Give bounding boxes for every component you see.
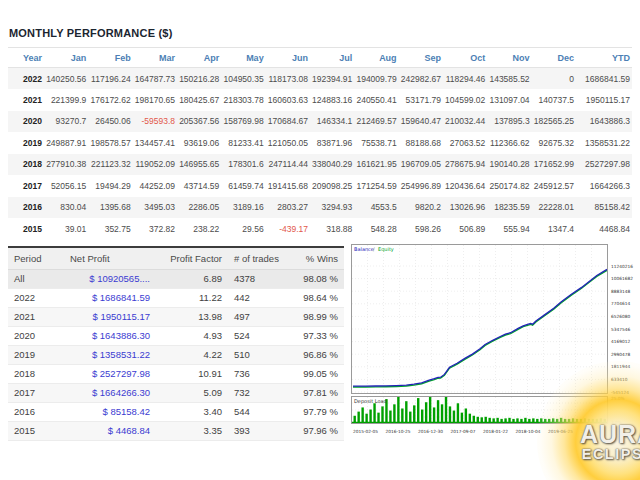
summary-row-2021: 2021$ 1950115.1713.9849798.99 % <box>8 307 344 326</box>
deposit-load-bar <box>492 418 494 422</box>
wins-cell: 97.96 % <box>294 421 344 440</box>
month-value-cell: 161621.95 <box>354 154 398 176</box>
period-cell: 2019 <box>8 345 64 364</box>
month-value-cell: 118173.08 <box>266 68 310 90</box>
month-value-cell: 212469.57 <box>354 111 398 133</box>
month-value-cell: 44252.09 <box>133 175 177 197</box>
year-cell: 2019 <box>8 132 44 154</box>
month-value-cell: 3294.93 <box>310 197 354 219</box>
deposit-load-bar <box>461 413 463 422</box>
monthly-body: 2022140250.56117196.24164787.73150216.28… <box>8 68 632 240</box>
deposit-load-bar <box>425 402 427 422</box>
monthly-column-header: Nov <box>487 48 531 68</box>
net-profit-link[interactable]: $ 4468.84 <box>64 421 156 440</box>
month-value-cell: 146334.1 <box>310 111 354 133</box>
monthly-column-header: Jul <box>310 48 354 68</box>
net-profit-link[interactable]: $ 1664266.30 <box>64 383 156 402</box>
logo-text-aura: AURA <box>580 422 640 446</box>
net-profit-link[interactable]: $ 85158.42 <box>64 402 156 421</box>
monthly-column-header: Year <box>8 48 44 68</box>
net-profit-link[interactable]: $ 1358531.22 <box>64 345 156 364</box>
month-value-cell: 242982.67 <box>399 68 443 90</box>
net-profit-link[interactable]: $ 2527297.98 <box>64 364 156 383</box>
deposit-load-bar <box>421 410 423 422</box>
summary-column-header: Profit Factor <box>156 247 228 269</box>
deposit-load-bar <box>445 396 447 422</box>
monthly-row-2017: 201752056.1519494.2944252.0943714.596145… <box>8 175 632 197</box>
wins-cell: 98.08 % <box>294 269 344 288</box>
monthly-column-header: Sep <box>399 48 443 68</box>
deposit-load-bar <box>361 407 363 422</box>
monthly-column-header: May <box>221 48 265 68</box>
wins-cell: 99.05 % <box>294 364 344 383</box>
net-profit-link[interactable]: $ 10920565.... <box>64 269 156 288</box>
right-axis-label: 6526080 <box>611 314 630 319</box>
year-cell: 2017 <box>8 175 44 197</box>
deposit-load-bar <box>393 404 395 422</box>
summary-row-2020: 2020$ 1643886.304.9352497.33 % <box>8 326 344 345</box>
summary-column-header: # of trades <box>228 247 294 269</box>
deposit-load-bar <box>496 418 498 422</box>
month-value-cell: 81233.41 <box>221 132 265 154</box>
year-cell: 2021 <box>8 89 44 111</box>
month-value-cell: 119052.09 <box>133 154 177 176</box>
period-cell: 2021 <box>8 307 64 326</box>
monthly-column-header: Aug <box>354 48 398 68</box>
month-value-cell: 0 <box>532 68 576 90</box>
month-value-cell: 176172.62 <box>88 89 132 111</box>
profit-factor-cell: 11.22 <box>156 288 228 307</box>
deposit-load-bar <box>508 418 510 422</box>
ytd-cell: 4468.84 <box>576 218 632 240</box>
month-value-cell: 22228.01 <box>532 197 576 219</box>
ytd-cell: 1358531.22 <box>576 132 632 154</box>
deposit-load-bar <box>373 403 375 422</box>
monthly-row-2019: 2019249887.91198578.57134457.4193619.068… <box>8 132 632 154</box>
deposit-load-bar <box>528 419 530 422</box>
summary-row-2016: 2016$ 85158.423.4054497.79 % <box>8 402 344 421</box>
monthly-row-2015: 201539.01352.75372.82238.2229.56-439.173… <box>8 218 632 240</box>
month-value-cell: 209098.25 <box>310 175 354 197</box>
month-value-cell: 196709.05 <box>399 154 443 176</box>
profit-factor-cell: 3.40 <box>156 402 228 421</box>
deposit-load-bar <box>465 408 467 422</box>
right-axis-label: 8883148 <box>611 289 630 294</box>
month-value-cell: 112366.62 <box>487 132 531 154</box>
month-value-cell: 150216.28 <box>177 68 221 90</box>
monthly-column-header: Apr <box>177 48 221 68</box>
deposit-load-bar <box>524 418 526 422</box>
month-value-cell: 29.56 <box>221 218 265 240</box>
deposit-load-bar <box>532 418 534 422</box>
month-value-cell: 318.88 <box>310 218 354 240</box>
deposit-load-bar <box>401 408 403 422</box>
deposit-load-bar <box>504 418 506 422</box>
month-value-cell: 104599.02 <box>443 89 487 111</box>
month-value-cell: 93270.7 <box>44 111 88 133</box>
month-value-cell: 1395.68 <box>88 197 132 219</box>
month-value-cell: 598.26 <box>399 218 443 240</box>
deposit-load-bar <box>409 412 411 422</box>
month-value-cell: 88188.68 <box>399 132 443 154</box>
net-profit-link[interactable]: $ 1643886.30 <box>64 326 156 345</box>
deposit-load-label: Deposit Load <box>354 398 387 405</box>
deposit-load-bar <box>357 412 359 422</box>
net-profit-link[interactable]: $ 1686841.59 <box>64 288 156 307</box>
month-value-cell: 249887.91 <box>44 132 88 154</box>
month-value-cell: 118294.46 <box>443 68 487 90</box>
deposit-load-bar <box>477 417 479 422</box>
year-cell: 2022 <box>8 68 44 90</box>
month-value-cell: 198578.57 <box>88 132 132 154</box>
month-value-cell: 131097.04 <box>487 89 531 111</box>
monthly-row-2020: 202093270.726450.06-59593.8205367.561587… <box>8 111 632 133</box>
year-cell: 2016 <box>8 197 44 219</box>
summary-row-2022: 2022$ 1686841.5911.2244298.64 % <box>8 288 344 307</box>
wins-cell: 97.79 % <box>294 402 344 421</box>
month-value-cell: 277910.38 <box>44 154 88 176</box>
net-profit-link[interactable]: $ 1950115.17 <box>64 307 156 326</box>
month-value-cell: 43714.59 <box>177 175 221 197</box>
right-axis-label: 10061682 <box>611 276 633 281</box>
month-value-cell: 164787.73 <box>133 68 177 90</box>
period-cell: 2022 <box>8 288 64 307</box>
summary-row-2017: 2017$ 1664266.305.0973297.81 % <box>8 383 344 402</box>
summary-column-header: % Wins <box>294 247 344 269</box>
performance-report: MONTHLY PERFORMANCE ($) YearJanFebMarApr… <box>0 0 640 480</box>
